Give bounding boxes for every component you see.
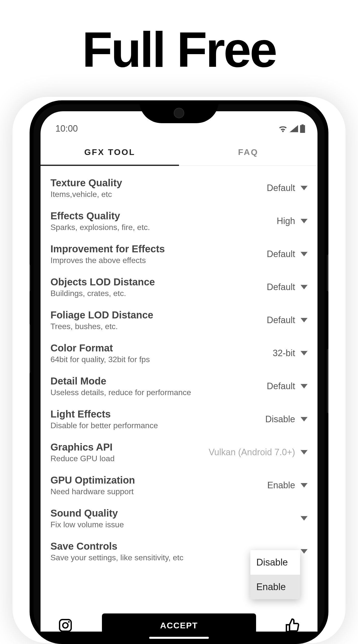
chevron-down-icon [300, 450, 307, 454]
dropdown-popup: Disable Enable [250, 550, 300, 599]
chevron-down-icon [300, 186, 307, 190]
setting-title: Texture Quality [51, 177, 267, 189]
setting-title: Foliage LOD Distance [51, 309, 267, 321]
android-nav-bar [41, 632, 317, 644]
chevron-down-icon [300, 252, 307, 256]
popup-option-enable[interactable]: Enable [250, 575, 300, 599]
setting-row[interactable]: Detail ModeUseless details, reduce for p… [41, 370, 317, 402]
popup-option-disable[interactable]: Disable [250, 550, 300, 575]
chevron-down-icon [300, 318, 307, 322]
setting-row[interactable]: Texture QualityItems,vehicle, etcDefault [41, 171, 317, 204]
setting-value: Default [267, 183, 295, 193]
setting-subtitle: Buildings, crates, etc. [51, 289, 267, 298]
setting-value-dropdown[interactable]: High [277, 216, 307, 226]
setting-value-dropdown[interactable]: Default [267, 381, 307, 392]
status-time: 10:00 [56, 124, 78, 134]
setting-row[interactable]: GPU OptimizationNeed hardware supportEna… [41, 469, 317, 502]
setting-row[interactable]: Objects LOD DistanceBuildings, crates, e… [41, 270, 317, 304]
setting-title: Graphics API [51, 441, 209, 453]
hero-title: Full Free [0, 21, 358, 78]
chevron-down-icon [300, 384, 307, 388]
setting-value-dropdown[interactable]: Vulkan (Android 7.0+) [209, 447, 307, 458]
chevron-down-icon [300, 549, 307, 554]
chevron-down-icon [300, 285, 307, 289]
setting-value-dropdown[interactable]: Default [267, 249, 307, 259]
svg-point-2 [68, 621, 70, 623]
setting-title: Color Format [51, 342, 273, 354]
setting-value: High [277, 216, 295, 226]
tab-faq[interactable]: FAQ [179, 138, 317, 166]
setting-row[interactable]: Light EffectsDisable for better performa… [41, 402, 317, 436]
setting-value-dropdown[interactable]: 32-bit [273, 348, 307, 358]
setting-title: Objects LOD Distance [51, 276, 267, 288]
setting-subtitle: Disable for better performance [51, 421, 265, 430]
settings-list[interactable]: Texture QualityItems,vehicle, etcDefault… [41, 166, 317, 607]
setting-title: Improvement for Effects [51, 243, 267, 255]
setting-row[interactable]: Sound QualityFix low volume issue [41, 502, 317, 535]
setting-subtitle: Need hardware support [51, 487, 267, 496]
wifi-icon [278, 125, 288, 132]
chevron-down-icon [300, 417, 307, 422]
setting-value: Default [267, 282, 295, 292]
setting-subtitle: Trees, bushes, etc. [51, 322, 267, 331]
setting-value-dropdown[interactable]: Enable [267, 480, 307, 490]
phone-side-button [30, 264, 31, 292]
nav-pill[interactable] [149, 637, 209, 639]
setting-subtitle: Useless details, reduce for performance [51, 388, 267, 397]
setting-value: Enable [267, 480, 295, 490]
battery-icon [300, 124, 305, 133]
setting-value-dropdown[interactable]: Default [267, 183, 307, 193]
setting-subtitle: 64bit for quality, 32bit for fps [51, 355, 273, 364]
tab-bar: GFX TOOL FAQ [41, 138, 317, 166]
setting-value: Default [267, 315, 295, 325]
setting-value: 32-bit [273, 348, 295, 358]
setting-row[interactable]: Improvement for EffectsImproves the abov… [41, 238, 317, 270]
setting-title: Sound Quality [51, 507, 295, 519]
chevron-down-icon [300, 219, 307, 223]
setting-value-dropdown[interactable] [295, 516, 307, 520]
setting-row[interactable]: Foliage LOD DistanceTrees, bushes, etc.D… [41, 304, 317, 336]
setting-value: Default [267, 381, 295, 392]
phone-side-button [327, 254, 328, 292]
setting-title: GPU Optimization [51, 474, 267, 486]
setting-row[interactable]: Graphics APIReduce GPU loadVulkan (Andro… [41, 436, 317, 469]
setting-subtitle: Items,vehicle, etc [51, 190, 267, 199]
screen: 10:00 GFX TOOL FAQ Texture QualityItems,… [41, 111, 317, 644]
svg-rect-0 [60, 620, 71, 631]
setting-title: Effects Quality [51, 210, 277, 222]
setting-subtitle: Fix low volume issue [51, 520, 295, 529]
setting-title: Detail Mode [51, 375, 267, 387]
phone-side-button [327, 349, 328, 413]
setting-subtitle: Improves the above effects [51, 256, 267, 265]
status-icons [278, 124, 305, 133]
setting-value: Default [267, 249, 295, 259]
setting-subtitle: Sparks, explosions, fire, etc. [51, 223, 277, 232]
setting-value-dropdown[interactable]: Default [267, 315, 307, 325]
setting-subtitle: Reduce GPU load [51, 454, 209, 463]
setting-title: Light Effects [51, 408, 265, 420]
tab-gfx-tool[interactable]: GFX TOOL [41, 138, 179, 166]
phone-side-button [30, 324, 31, 374]
phone-camera [174, 108, 184, 118]
setting-value-dropdown[interactable]: Default [267, 282, 307, 292]
setting-row[interactable]: Color Format64bit for quality, 32bit for… [41, 336, 317, 370]
phone-notch [139, 100, 219, 123]
setting-value: Vulkan (Android 7.0+) [209, 447, 295, 458]
setting-value: Disable [265, 414, 295, 424]
svg-point-1 [63, 623, 68, 628]
chevron-down-icon [300, 516, 307, 520]
signal-icon [290, 125, 298, 132]
chevron-down-icon [300, 483, 307, 488]
chevron-down-icon [300, 351, 307, 356]
setting-value-dropdown[interactable]: Disable [265, 414, 307, 424]
setting-row[interactable]: Effects QualitySparks, explosions, fire,… [41, 204, 317, 238]
phone-frame: 10:00 GFX TOOL FAQ Texture QualityItems,… [30, 100, 328, 644]
